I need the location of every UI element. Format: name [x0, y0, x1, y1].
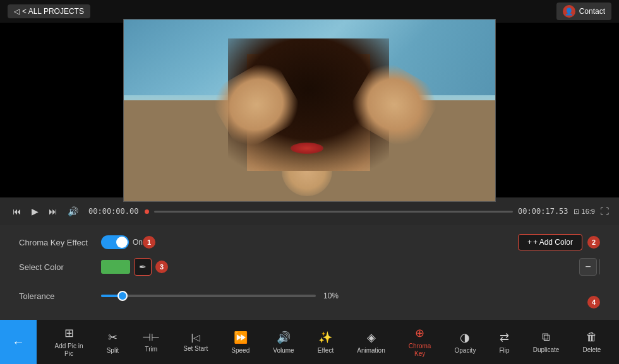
lips-layer	[291, 143, 323, 154]
contact-button[interactable]: 👤 Contact	[556, 3, 611, 20]
volume-button[interactable]: 🔊	[65, 205, 81, 218]
back-arrow-icon: ◁	[14, 7, 20, 16]
badge-3: 3	[155, 261, 168, 273]
toolbar-items: ⊞ Add Pic inPic ✂ Split ⊣⊢ Trim |◁ Set S…	[37, 322, 619, 361]
skip-back-button[interactable]: ⏮	[10, 205, 24, 218]
toggle-container: On	[101, 235, 143, 249]
progress-track[interactable]	[154, 211, 513, 213]
speed-icon: ⏩	[234, 331, 248, 344]
play-button[interactable]: ▶	[29, 205, 41, 218]
animation-icon: ◈	[367, 331, 376, 344]
toolbar-duplicate[interactable]: ⧉ Duplicate	[528, 327, 565, 357]
badge-2: 2	[587, 236, 600, 249]
toolbar-split[interactable]: ✂ Split	[102, 327, 124, 358]
set-start-label: Set Start	[183, 345, 208, 352]
tolerance-label: Tolerance	[19, 291, 101, 301]
duplicate-icon: ⧉	[542, 331, 550, 344]
time-end: 00:00:17.53	[518, 207, 568, 216]
split-icon: ✂	[108, 331, 117, 344]
minus-icon: −	[585, 261, 591, 273]
select-color-label: Select Color	[19, 262, 101, 272]
toolbar-chroma-key[interactable]: ⊕ ChromaKey	[404, 322, 436, 361]
flip-label: Flip	[500, 347, 510, 354]
eyedropper-button[interactable]: ✒	[134, 258, 152, 276]
toolbar-volume[interactable]: 🔊 Volume	[268, 327, 299, 358]
toolbar-speed[interactable]: ⏩ Speed	[226, 327, 255, 358]
aspect-ratio-button[interactable]: ⊡ 16:9	[574, 208, 595, 216]
minus-button[interactable]: −	[579, 258, 597, 276]
set-start-icon: |◁	[191, 332, 200, 343]
toggle-knob	[116, 237, 128, 248]
plus-icon: +	[527, 238, 532, 247]
toggle-on-label: On	[133, 238, 143, 247]
contact-avatar: 👤	[563, 5, 575, 18]
back-button[interactable]: ←	[0, 320, 37, 364]
effect-icon: ✨	[318, 331, 332, 344]
speed-label: Speed	[231, 347, 249, 354]
toolbar-delete[interactable]: 🗑 Delete	[578, 327, 606, 357]
flip-icon: ⇄	[500, 331, 509, 344]
trim-label: Trim	[145, 346, 157, 353]
delete-label: Delete	[583, 346, 601, 353]
all-projects-button[interactable]: ◁ < ALL PROJECTS	[8, 4, 90, 18]
aspect-ratio-icon: ⊡	[574, 208, 579, 216]
delete-icon: 🗑	[586, 331, 598, 344]
color-separator	[599, 259, 600, 274]
bottom-toolbar: ← ⊞ Add Pic inPic ✂ Split ⊣⊢ Trim |◁ Set…	[0, 320, 619, 364]
toolbar-flip[interactable]: ⇄ Flip	[495, 327, 515, 358]
add-color-button[interactable]: + + Add Color	[518, 234, 582, 250]
tolerance-knob[interactable]	[117, 291, 128, 301]
toolbar-opacity[interactable]: ◑ Opacity	[450, 327, 481, 358]
duplicate-label: Duplicate	[533, 346, 560, 353]
select-color-row: Select Color ✒ 3 −	[19, 258, 600, 276]
time-current: 00:00:00.00	[88, 207, 138, 216]
color-swatch[interactable]	[101, 260, 130, 274]
split-label: Split	[107, 347, 119, 354]
eyedropper-icon: ✒	[139, 262, 147, 272]
badge-4: 4	[587, 296, 600, 308]
tolerance-value: 10%	[323, 291, 346, 300]
add-pic-icon: ⊞	[64, 326, 74, 340]
badge-1: 1	[143, 236, 155, 249]
tolerance-slider[interactable]	[101, 295, 316, 297]
volume-label: Volume	[273, 347, 294, 354]
tolerance-row: Tolerance 10% 4	[19, 283, 600, 308]
toolbar-effect[interactable]: ✨ Effect	[313, 327, 339, 358]
chroma-key-label: Chroma Key Effect	[19, 238, 101, 247]
toolbar-animation[interactable]: ◈ Animation	[352, 327, 390, 358]
fullscreen-button[interactable]: ⛶	[600, 206, 609, 216]
effects-panel: Chroma Key Effect On 1 + + Add Color 2 S…	[0, 225, 619, 320]
playhead-indicator	[145, 209, 149, 214]
chroma-key-tb-label: ChromaKey	[409, 343, 431, 358]
back-icon: ←	[12, 335, 25, 349]
opacity-icon: ◑	[460, 331, 470, 344]
effect-label: Effect	[318, 347, 334, 354]
volume-icon: 🔊	[277, 331, 291, 344]
toolbar-add-pic[interactable]: ⊞ Add Pic inPic	[50, 322, 88, 361]
skip-forward-button[interactable]: ⏭	[46, 205, 60, 218]
video-preview	[123, 19, 496, 202]
preview-area	[0, 23, 619, 197]
chroma-key-icon: ⊕	[415, 326, 424, 340]
opacity-label: Opacity	[455, 347, 476, 354]
toolbar-trim[interactable]: ⊣⊢ Trim	[137, 327, 165, 356]
chroma-key-toggle[interactable]	[101, 235, 129, 249]
animation-label: Animation	[357, 347, 385, 354]
chroma-key-row: Chroma Key Effect On 1 + + Add Color 2	[19, 234, 600, 250]
trim-icon: ⊣⊢	[142, 331, 160, 343]
toolbar-set-start[interactable]: |◁ Set Start	[178, 329, 213, 356]
playback-bar: ⏮ ▶ ⏭ 🔊 00:00:00.00 00:00:17.53 ⊡ 16:9 ⛶	[0, 197, 619, 225]
